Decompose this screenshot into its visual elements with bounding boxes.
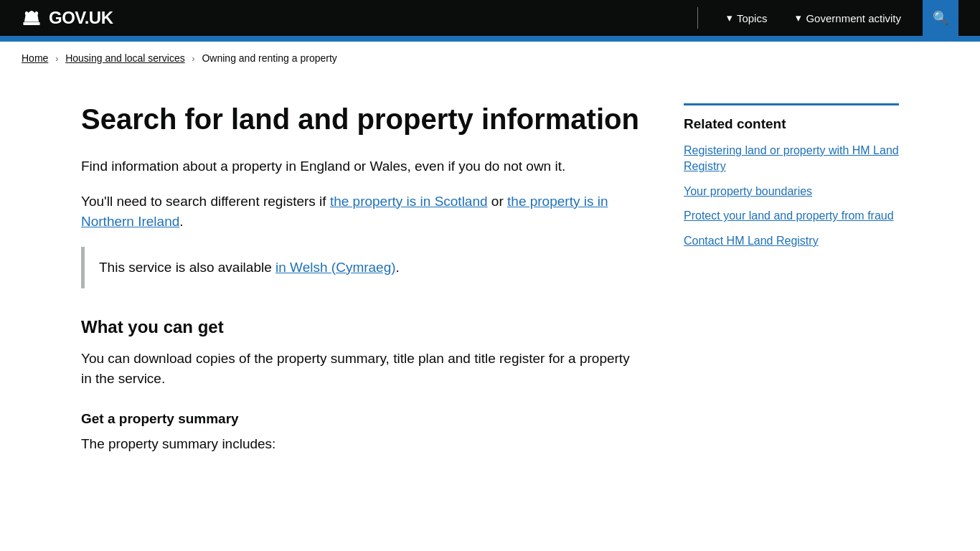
what-you-can-get-body: You can download copies of the property … [81,349,641,390]
welsh-link[interactable]: in Welsh (Cymraeg) [275,260,396,275]
crown-icon [22,11,42,25]
breadcrumb-level3: Owning and renting a property [202,52,336,64]
related-link-2[interactable]: Protect your land and property from frau… [684,208,899,224]
svg-rect-0 [23,22,39,25]
breadcrumb-sep-2: › [192,54,195,64]
registers-middle: or [488,194,507,209]
breadcrumb: Home › Housing and local services › Owni… [0,42,980,75]
government-activity-nav-link[interactable]: ▾ Government activity [781,0,915,36]
gov-uk-logo[interactable]: GOV.UK [22,8,683,28]
scotland-link[interactable]: the property is in Scotland [330,194,488,209]
welsh-callout-before: This service is also available [99,260,275,275]
related-link-1[interactable]: Your property boundaries [684,184,899,199]
what-you-can-get-heading: What you can get [81,317,641,338]
header-divider [697,7,698,29]
get-property-summary-heading: Get a property summary [81,411,641,427]
main-container: Search for land and property information… [60,75,920,512]
registers-text-before: You'll need to search different register… [81,194,330,209]
get-property-summary-body: The property summary includes: [81,434,641,455]
page-title: Search for land and property information [81,103,641,135]
related-link-3[interactable]: Contact HM Land Registry [684,233,899,249]
main-nav: ▾ Topics ▾ Government activity [712,0,915,36]
related-content-title: Related content [684,116,899,132]
gov-activity-chevron-icon: ▾ [796,11,801,24]
registers-text: You'll need to search different register… [81,192,641,232]
topics-nav-link[interactable]: ▾ Topics [712,0,782,36]
logo-text: GOV.UK [49,8,113,28]
welsh-callout-after: . [396,260,400,275]
topics-chevron-icon: ▾ [727,11,732,24]
site-header: GOV.UK ▾ Topics ▾ Government activity 🔍 [0,0,980,36]
breadcrumb-level2[interactable]: Housing and local services [65,52,185,64]
breadcrumb-sep-1: › [55,54,58,64]
blue-accent-bar [0,36,980,42]
related-content: Related content Registering land or prop… [684,103,899,249]
registers-end: . [179,214,183,229]
search-button[interactable]: 🔍 [923,0,958,36]
related-link-0[interactable]: Registering land or property with HM Lan… [684,143,899,175]
welsh-callout: This service is also available in Welsh … [81,247,641,289]
breadcrumb-home[interactable]: Home [22,52,48,64]
intro-text: Find information about a property in Eng… [81,156,641,177]
main-content: Search for land and property information… [81,89,641,468]
sidebar: Related content Registering land or prop… [684,89,899,468]
search-icon: 🔍 [933,10,948,26]
